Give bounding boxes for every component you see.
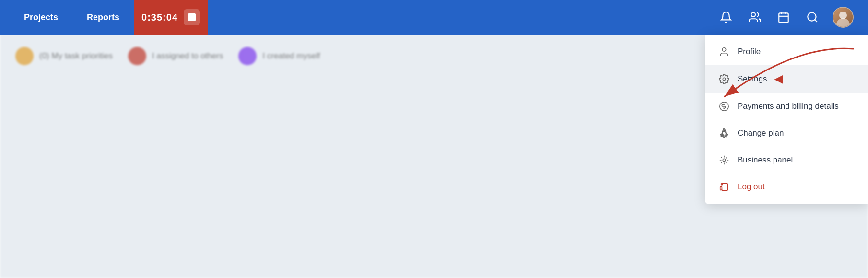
timer-display: 0:35:04 xyxy=(141,12,178,23)
settings-icon xyxy=(718,73,730,85)
dropdown-menu: Profile Settings ◀ Payments and billing … xyxy=(705,35,868,204)
avatar-image xyxy=(833,8,853,27)
navbar: Projects Reports 0:35:04 xyxy=(0,0,868,35)
dropdown-profile[interactable]: Profile xyxy=(705,38,868,65)
change-plan-label: Change plan xyxy=(738,128,784,138)
tab-label-created: I created myself xyxy=(262,51,320,61)
nav-reports[interactable]: Reports xyxy=(72,0,134,35)
user-avatar[interactable] xyxy=(833,7,854,28)
svg-point-5 xyxy=(808,12,816,21)
profile-icon xyxy=(718,46,730,58)
timer-stop-button[interactable] xyxy=(184,9,200,25)
profile-label: Profile xyxy=(738,47,761,57)
dropdown-change-plan[interactable]: Change plan xyxy=(705,120,868,147)
tab-label-assigned: I assigned to others xyxy=(152,51,223,61)
tab-my-priorities[interactable]: (0) My task priorities xyxy=(15,47,113,65)
svg-point-7 xyxy=(722,48,726,51)
payments-label: Payments and billing details xyxy=(738,102,839,111)
tab-created-myself[interactable]: I created myself xyxy=(238,47,320,65)
settings-label: Settings xyxy=(738,74,767,84)
team-icon[interactable] xyxy=(746,9,763,26)
business-panel-icon xyxy=(718,154,730,166)
change-plan-icon xyxy=(718,127,730,139)
tab-icon-priorities xyxy=(15,47,34,65)
nav-projects[interactable]: Projects xyxy=(10,0,72,35)
nav-right xyxy=(717,7,858,28)
dropdown-settings[interactable]: Settings ◀ xyxy=(705,65,868,93)
timer-section[interactable]: 0:35:04 xyxy=(134,0,208,35)
tab-label-priorities: (0) My task priorities xyxy=(39,51,113,61)
dropdown-business-panel[interactable]: Business panel xyxy=(705,147,868,174)
svg-point-0 xyxy=(751,12,755,17)
tab-icon-created xyxy=(238,47,257,65)
svg-line-6 xyxy=(815,20,817,22)
stop-icon xyxy=(188,13,196,21)
logout-label: Log out xyxy=(738,182,765,192)
dropdown-payments[interactable]: Payments and billing details xyxy=(705,93,868,120)
calendar-icon[interactable] xyxy=(775,9,792,26)
notifications-icon[interactable] xyxy=(717,9,735,26)
settings-arrow-indicator: ◀ xyxy=(774,73,783,85)
svg-point-10 xyxy=(723,159,726,162)
search-icon[interactable] xyxy=(804,9,821,26)
business-panel-label: Business panel xyxy=(738,155,793,165)
svg-point-8 xyxy=(723,78,726,81)
svg-rect-1 xyxy=(779,13,788,23)
logout-icon xyxy=(718,181,730,193)
payments-icon xyxy=(718,101,730,112)
tab-assigned-to-others[interactable]: I assigned to others xyxy=(128,47,223,65)
tab-icon-assigned xyxy=(128,47,146,65)
nav-left: Projects Reports 0:35:04 xyxy=(10,0,208,35)
dropdown-logout[interactable]: Log out xyxy=(705,174,868,200)
